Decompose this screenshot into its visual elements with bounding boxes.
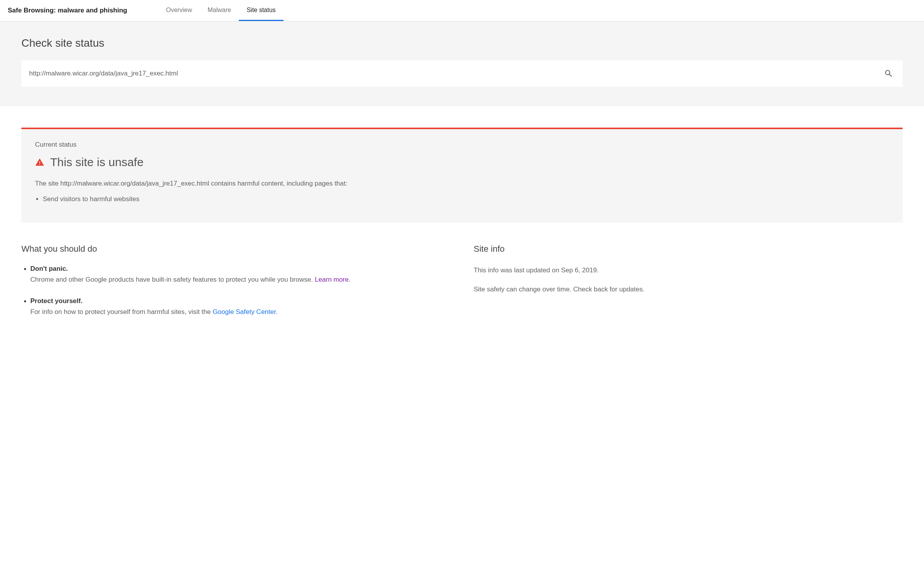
status-card: Current status This site is unsafe The s…: [21, 128, 903, 223]
advice-column: What you should do Don't panic. Chrome a…: [21, 244, 450, 330]
advice-text-before: Chrome and other Google products have bu…: [30, 276, 315, 283]
tab-site-status[interactable]: Site status: [239, 0, 284, 21]
search-heading: Check site status: [21, 37, 903, 49]
status-description: The site http://malware.wicar.org/data/j…: [35, 180, 889, 188]
search-section: Check site status: [0, 21, 924, 106]
advice-item-dont-panic: Don't panic. Chrome and other Google pro…: [30, 265, 450, 286]
header-title: Safe Browsing: malware and phishing: [8, 7, 127, 14]
lower-columns: What you should do Don't panic. Chrome a…: [21, 244, 903, 330]
site-info-line: This info was last updated on Sep 6, 201…: [474, 265, 903, 276]
search-icon: [884, 69, 893, 78]
tab-overview[interactable]: Overview: [158, 0, 200, 21]
advice-list: Don't panic. Chrome and other Google pro…: [21, 265, 450, 318]
header-tabs: Overview Malware Site status: [158, 0, 284, 21]
status-title: This site is unsafe: [50, 156, 144, 169]
url-input[interactable]: [29, 70, 882, 77]
tab-malware[interactable]: Malware: [200, 0, 239, 21]
status-bullet: Send visitors to harmful websites: [43, 195, 889, 203]
page-header: Safe Browsing: malware and phishing Over…: [0, 0, 924, 21]
search-button[interactable]: [882, 67, 895, 80]
advice-text: For info on how to protect yourself from…: [30, 308, 278, 316]
advice-heading: What you should do: [21, 244, 450, 254]
advice-text-after: .: [276, 308, 278, 316]
advice-strong: Protect yourself.: [30, 297, 450, 305]
advice-item-protect-yourself: Protect yourself. For info on how to pro…: [30, 297, 450, 318]
advice-text-before: For info on how to protect yourself from…: [30, 308, 213, 316]
status-label: Current status: [35, 141, 889, 149]
warning-icon: [35, 158, 44, 167]
status-title-row: This site is unsafe: [35, 156, 889, 169]
search-box: [21, 60, 903, 87]
advice-strong: Don't panic.: [30, 265, 450, 273]
site-info-heading: Site info: [474, 244, 903, 254]
content-wrapper: Current status This site is unsafe The s…: [0, 128, 924, 330]
status-bullet-list: Send visitors to harmful websites: [35, 195, 889, 203]
safety-center-link[interactable]: Google Safety Center: [213, 308, 276, 316]
site-info-line: Site safety can change over time. Check …: [474, 284, 903, 295]
advice-text: Chrome and other Google products have bu…: [30, 276, 350, 283]
learn-more-link[interactable]: Learn more.: [315, 276, 350, 283]
site-info-column: Site info This info was last updated on …: [474, 244, 903, 330]
